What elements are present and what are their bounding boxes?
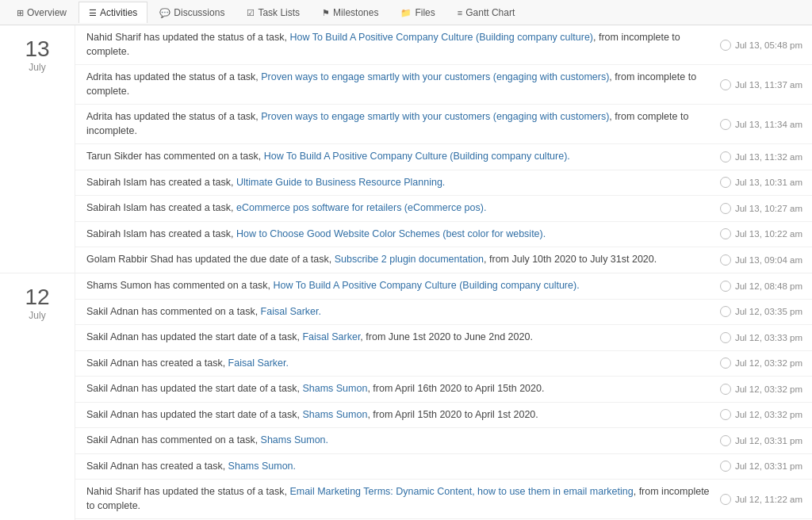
- activity-time: Jul 13, 11:32 am: [720, 151, 802, 162]
- date-month: July: [6, 310, 68, 321]
- activity-text: Tarun Sikder has commented on a task, Ho…: [86, 150, 710, 164]
- task-lists-tab-icon: ☑: [247, 8, 255, 18]
- activity-text: Sabirah Islam has created a task, Ultima…: [86, 176, 710, 190]
- time-text: Jul 12, 11:22 am: [735, 495, 802, 504]
- time-text: Jul 12, 03:33 pm: [735, 333, 802, 342]
- activity-link[interactable]: Proven ways to engage smartly with your …: [261, 71, 609, 82]
- activity-row: Sakil Adnan has created a task, Faisal S…: [75, 351, 812, 377]
- overview-tab-icon: ⊞: [17, 8, 24, 18]
- activity-row: Nahid Sharif has updated the status of a…: [75, 480, 812, 519]
- activity-time: Jul 12, 11:22 am: [720, 494, 802, 505]
- tab-activities[interactable]: ☰Activities: [79, 2, 147, 23]
- time-text: Jul 12, 08:48 pm: [735, 281, 802, 291]
- activity-link[interactable]: Shams Sumon: [302, 383, 367, 394]
- activity-row: Sakil Adnan has created a task, Shams Su…: [75, 454, 812, 480]
- activity-time: Jul 12, 08:48 pm: [720, 281, 802, 292]
- tab-overview[interactable]: ⊞Overview: [6, 2, 77, 23]
- date-month: July: [6, 62, 68, 73]
- time-circle-icon: [720, 119, 731, 130]
- tab-bar: ⊞Overview☰Activities💬Discussions☑Task Li…: [0, 0, 812, 25]
- date-day: 13: [6, 38, 68, 60]
- time-circle-icon: [720, 435, 731, 446]
- activity-text: Adrita has updated the status of a task,…: [86, 71, 710, 98]
- tab-discussions[interactable]: 💬Discussions: [149, 2, 235, 23]
- activity-row: Sabirah Islam has created a task, How to…: [75, 222, 812, 248]
- activities-tab-label: Activities: [100, 7, 137, 18]
- activity-link[interactable]: Faisal Sarker: [302, 331, 360, 342]
- tab-milestones[interactable]: ⚑Milestones: [312, 2, 389, 23]
- activity-row: Adrita has updated the status of a task,…: [75, 65, 812, 105]
- time-circle-icon: [720, 461, 731, 472]
- time-text: Jul 13, 11:34 am: [735, 120, 802, 129]
- activity-time: Jul 13, 10:31 am: [720, 177, 802, 188]
- task-lists-tab-label: Task Lists: [258, 7, 300, 18]
- activities-list: Shams Sumon has commented on a task, How…: [75, 273, 812, 520]
- activity-text: Sakil Adnan has created a task, Faisal S…: [86, 357, 710, 371]
- activity-link[interactable]: Faisal Sarker.: [261, 306, 321, 317]
- activity-link[interactable]: Shams Sumon.: [228, 461, 296, 472]
- activity-text: Sakil Adnan has commented on a task, Fai…: [86, 305, 710, 319]
- activity-row: Tarun Sikder has commented on a task, Ho…: [75, 144, 812, 170]
- activity-link[interactable]: How To Build A Positive Company Culture …: [289, 32, 593, 43]
- time-circle-icon: [720, 332, 731, 343]
- tab-task-lists[interactable]: ☑Task Lists: [236, 2, 310, 23]
- activity-link[interactable]: Proven ways to engage smartly with your …: [261, 111, 609, 122]
- activity-link[interactable]: Shams Sumon: [302, 409, 367, 420]
- gantt-chart-tab-icon: ≡: [458, 8, 462, 17]
- activity-link[interactable]: eCommerce pos software for retailers (eC…: [236, 202, 486, 213]
- activity-text: Nahid Sharif has updated the status of a…: [86, 485, 710, 513]
- activity-row: Shams Sumon has commented on a task, How…: [75, 273, 812, 300]
- activities-list: Nahid Sharif has updated the status of a…: [75, 25, 812, 273]
- activity-time: Jul 12, 03:31 pm: [720, 461, 802, 472]
- activity-text: Sakil Adnan has updated the start date o…: [86, 382, 710, 396]
- time-circle-icon: [720, 358, 731, 369]
- discussions-tab-label: Discussions: [174, 7, 224, 18]
- content: 13JulyNahid Sharif has updated the statu…: [0, 25, 812, 520]
- time-circle-icon: [720, 79, 731, 90]
- activity-text: Shams Sumon has commented on a task, How…: [86, 279, 710, 293]
- activity-link[interactable]: Shams Sumon.: [261, 434, 328, 445]
- time-text: Jul 12, 03:35 pm: [735, 307, 802, 316]
- activity-row: Sabirah Islam has created a task, Ultima…: [75, 170, 812, 197]
- activity-row: Sakil Adnan has updated the start date o…: [75, 377, 812, 403]
- tab-gantt-chart[interactable]: ≡Gantt Chart: [447, 2, 525, 23]
- activity-time: Jul 12, 03:33 pm: [720, 332, 802, 343]
- activity-link[interactable]: Subscribe 2 plugin documentation: [335, 254, 484, 265]
- date-sidebar: 12July: [0, 273, 75, 520]
- time-text: Jul 13, 10:22 am: [735, 229, 802, 239]
- time-circle-icon: [720, 409, 731, 420]
- milestones-tab-icon: ⚑: [322, 8, 330, 18]
- time-text: Jul 12, 03:32 pm: [735, 384, 802, 394]
- time-text: Jul 13, 10:31 am: [735, 178, 802, 187]
- time-circle-icon: [720, 254, 731, 266]
- time-text: Jul 13, 09:04 am: [735, 255, 802, 265]
- activity-row: Sakil Adnan has commented on a task, Sha…: [75, 428, 812, 454]
- activity-row: Golam Rabbir Shad has updated the due da…: [75, 247, 812, 273]
- time-circle-icon: [720, 40, 731, 51]
- activity-link[interactable]: How to Choose Good Website Color Schemes…: [236, 228, 546, 239]
- activity-link[interactable]: Faisal Sarker.: [228, 358, 289, 369]
- date-group-13: 13JulyNahid Sharif has updated the statu…: [0, 25, 812, 273]
- activity-link[interactable]: How To Build A Positive Company Culture …: [274, 280, 580, 291]
- activity-time: Jul 13, 10:27 am: [720, 203, 802, 214]
- activity-time: Jul 13, 05:48 pm: [720, 40, 802, 51]
- activity-time: Jul 12, 03:35 pm: [720, 306, 802, 317]
- time-circle-icon: [720, 306, 731, 317]
- time-text: Jul 12, 03:31 pm: [735, 461, 802, 471]
- activity-link[interactable]: How To Build A Positive Company Culture …: [264, 151, 570, 162]
- time-text: Jul 13, 10:27 am: [735, 204, 802, 213]
- activity-text: Sabirah Islam has created a task, eComme…: [86, 201, 710, 216]
- time-text: Jul 13, 11:32 am: [735, 152, 802, 162]
- activity-link[interactable]: Email Marketing Terms: Dynamic Content, …: [289, 486, 633, 497]
- activity-row: Nahid Sharif has updated the status of a…: [75, 25, 812, 65]
- tab-files[interactable]: 📁Files: [390, 2, 445, 23]
- activity-text: Sabirah Islam has created a task, How to…: [86, 228, 710, 242]
- time-text: Jul 13, 11:37 am: [735, 80, 802, 90]
- activity-link[interactable]: Ultimate Guide to Business Resource Plan…: [236, 177, 445, 188]
- time-circle-icon: [720, 384, 731, 395]
- activity-row: Sakil Adnan has updated the start date o…: [75, 403, 812, 429]
- gantt-chart-tab-label: Gantt Chart: [465, 7, 515, 18]
- activity-text: Sakil Adnan has created a task, Shams Su…: [86, 460, 710, 474]
- time-text: Jul 12, 03:32 pm: [735, 410, 802, 419]
- activities-tab-icon: ☰: [89, 8, 97, 18]
